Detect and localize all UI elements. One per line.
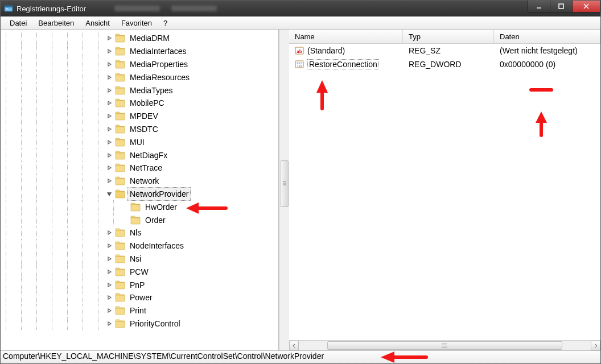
expand-icon[interactable] <box>106 282 113 288</box>
folder-icon <box>115 267 125 276</box>
tree-item[interactable]: Nsi <box>1 253 278 266</box>
tree-item[interactable]: Network <box>1 175 278 188</box>
tree-item[interactable]: MPDEV <box>1 110 278 123</box>
folder-icon <box>115 34 125 43</box>
value-type: REG_DWORD <box>403 60 494 69</box>
tree-item-label: NodeInterfaces <box>127 239 186 252</box>
expand-icon[interactable] <box>106 307 113 314</box>
scroll-thumb[interactable] <box>281 160 289 207</box>
tree-item[interactable]: MediaTypes <box>1 84 278 97</box>
tree-item-label: Nsi <box>127 253 143 265</box>
menu-edit[interactable]: Bearbeiten <box>32 18 80 28</box>
value-name: RestoreConnection <box>307 59 379 69</box>
folder-icon <box>115 228 125 237</box>
expand-icon[interactable] <box>106 255 113 262</box>
registry-tree[interactable]: MediaDRM MediaInterfaces MediaProperties… <box>1 30 278 332</box>
tree-item[interactable]: HwOrder <box>1 200 278 213</box>
folder-icon <box>115 241 125 250</box>
tree-item-label: NetTrace <box>127 162 164 174</box>
close-button[interactable] <box>573 1 600 13</box>
tree-item[interactable]: MediaDRM <box>1 32 278 45</box>
folder-icon <box>115 280 125 289</box>
column-header-name[interactable]: Name <box>289 30 403 43</box>
tree-item[interactable]: MSDTC <box>1 123 278 136</box>
expand-icon[interactable] <box>106 48 113 55</box>
menu-favorites[interactable]: Favoriten <box>116 18 158 28</box>
expand-icon[interactable] <box>106 268 113 275</box>
tree-item[interactable]: MobilePC <box>1 97 278 110</box>
folder-icon <box>115 293 125 302</box>
expand-icon[interactable] <box>106 320 113 327</box>
tree-item[interactable]: NetDiagFx <box>1 148 278 162</box>
folder-icon <box>115 86 125 95</box>
tree-item-label: MediaProperties <box>127 58 190 71</box>
expand-icon[interactable] <box>106 139 113 146</box>
tree-item-label: Network <box>127 175 161 187</box>
tree-item[interactable]: NodeInterfaces <box>1 239 278 253</box>
tree-item-label: MobilePC <box>127 97 167 109</box>
tree-item-label: MPDEV <box>127 110 160 122</box>
folder-icon <box>115 47 125 56</box>
client-area: MediaDRM MediaInterfaces MediaProperties… <box>1 30 600 350</box>
expand-icon[interactable] <box>106 242 113 249</box>
value-data: 0x00000000 (0) <box>494 60 600 69</box>
column-header-data[interactable]: Daten <box>494 30 600 43</box>
tree-item-label: MediaDRM <box>127 32 172 44</box>
scroll-left-button[interactable] <box>289 341 299 350</box>
tree-item[interactable]: Nls <box>1 226 278 239</box>
scroll-right-button[interactable] <box>591 341 600 350</box>
tree-item-label: Print <box>127 304 149 317</box>
value-row[interactable]: 011 110 RestoreConnectionREG_DWORD0x0000… <box>289 57 600 71</box>
expand-icon[interactable] <box>106 74 113 81</box>
expand-icon[interactable] <box>106 164 113 171</box>
horizontal-scrollbar[interactable] <box>289 340 600 350</box>
svg-text:ab: ab <box>297 48 302 54</box>
minimize-button[interactable] <box>528 1 550 13</box>
folder-icon <box>115 98 125 107</box>
expand-icon[interactable] <box>106 100 113 106</box>
tree-item[interactable]: PriorityControl <box>1 317 278 330</box>
expand-icon[interactable] <box>106 294 113 301</box>
collapse-icon[interactable] <box>106 191 113 197</box>
expand-icon[interactable] <box>106 152 113 159</box>
tree-item[interactable]: MediaInterfaces <box>1 45 278 58</box>
folder-icon <box>115 60 125 69</box>
expand-icon[interactable] <box>106 61 113 68</box>
folder-icon <box>115 138 125 147</box>
blurred-area <box>114 6 217 11</box>
maximize-button[interactable] <box>550 1 573 13</box>
hscroll-thumb[interactable] <box>327 341 562 350</box>
tree-item[interactable]: MediaProperties <box>1 58 278 71</box>
tree-item[interactable]: MediaResources <box>1 71 278 84</box>
expand-icon[interactable] <box>106 87 113 94</box>
tree-item[interactable]: PCW <box>1 265 278 278</box>
tree-item-label: MediaInterfaces <box>127 45 189 57</box>
value-data: (Wert nicht festgelegt) <box>494 46 600 55</box>
titlebar[interactable]: Registrierungs-Editor <box>1 1 600 16</box>
tree-item[interactable]: NetworkProvider <box>1 188 278 201</box>
window-title: Registrierungs-Editor <box>17 5 86 13</box>
tree-item[interactable]: MUI <box>1 135 278 148</box>
tree-item-label: Power <box>127 291 155 304</box>
expand-icon[interactable] <box>106 229 113 236</box>
tree-item[interactable]: NetTrace <box>1 162 278 175</box>
expand-icon[interactable] <box>106 113 113 119</box>
expand-icon[interactable] <box>106 126 113 133</box>
menu-help[interactable]: ? <box>158 18 173 28</box>
folder-icon <box>115 125 125 134</box>
dword-value-icon: 011 110 <box>295 60 304 69</box>
tree-pane: MediaDRM MediaInterfaces MediaProperties… <box>1 30 279 350</box>
menu-file[interactable]: Datei <box>4 18 32 28</box>
vertical-scrollbar[interactable] <box>279 30 289 350</box>
menu-view[interactable]: Ansicht <box>80 18 116 28</box>
values-list[interactable]: ab (Standard)REG_SZ(Wert nicht festgeleg… <box>289 44 600 340</box>
statusbar-path: Computer\HKEY_LOCAL_MACHINE\SYSTEM\Curre… <box>3 351 324 361</box>
expand-icon[interactable] <box>106 177 113 184</box>
value-row[interactable]: ab (Standard)REG_SZ(Wert nicht festgeleg… <box>289 44 600 57</box>
tree-item[interactable]: Print <box>1 304 278 317</box>
expand-icon[interactable] <box>106 35 113 42</box>
tree-item[interactable]: PnP <box>1 278 278 291</box>
tree-item[interactable]: Power <box>1 291 278 304</box>
tree-item[interactable]: Order <box>1 213 278 226</box>
column-header-type[interactable]: Typ <box>403 30 494 43</box>
